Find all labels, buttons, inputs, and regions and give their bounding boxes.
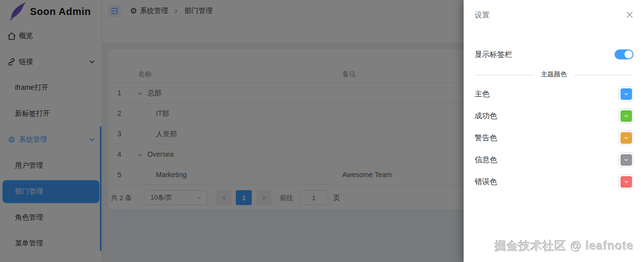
chevron-down-icon (624, 113, 629, 119)
toggle-knob (625, 50, 633, 58)
success-color-picker[interactable] (619, 108, 634, 123)
chevron-down-icon (624, 157, 629, 163)
watermark: 掘金技术社区 @ leafnote (495, 239, 634, 254)
close-icon[interactable] (626, 10, 634, 19)
warning-color-picker[interactable] (619, 130, 634, 145)
divider-label: 主题颜色 (534, 70, 574, 79)
chevron-down-icon (624, 135, 629, 141)
color-label: 主色 (475, 89, 490, 99)
show-tagbar-toggle[interactable] (615, 49, 634, 59)
warning-color-row: 警告色 (475, 130, 634, 146)
drawer-title: 设置 (475, 10, 490, 20)
color-swatch (621, 88, 632, 100)
color-label: 信息色 (475, 155, 497, 165)
info-color-picker[interactable] (619, 152, 634, 167)
danger-color-picker[interactable] (619, 174, 634, 189)
color-swatch (621, 154, 632, 166)
color-swatch (621, 176, 632, 188)
info-color-row: 信息色 (475, 152, 634, 168)
success-color-row: 成功色 (475, 108, 634, 124)
chevron-down-icon (624, 179, 629, 185)
show-tagbar-label: 显示标签栏 (475, 50, 512, 59)
chevron-down-icon (624, 91, 629, 97)
primary-color-row: 主色 (475, 86, 634, 102)
color-label: 错误色 (475, 177, 497, 187)
danger-color-row: 错误色 (475, 174, 634, 190)
color-swatch (621, 132, 632, 144)
color-label: 警告色 (475, 133, 497, 143)
settings-drawer: 设置 显示标签栏 主题颜色 主色 成功色 警告色 信息色 (464, 0, 644, 262)
divider: 主题颜色 (475, 75, 633, 75)
primary-color-picker[interactable] (619, 86, 634, 101)
color-swatch (621, 110, 632, 122)
color-label: 成功色 (475, 111, 497, 121)
